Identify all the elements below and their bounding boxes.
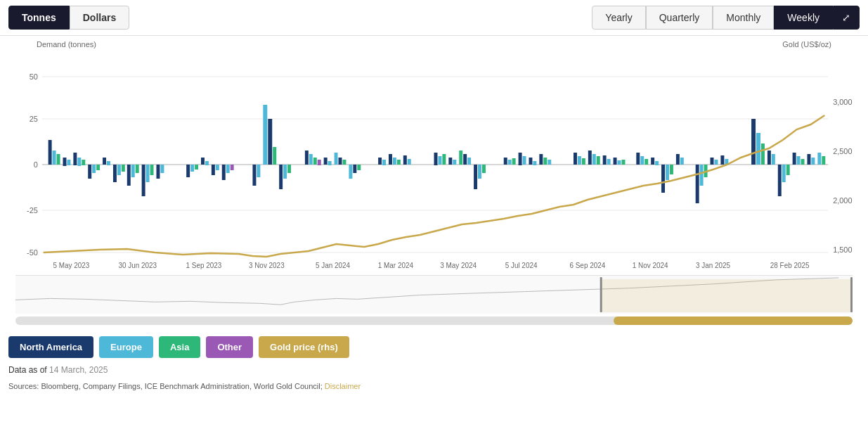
svg-text:28 Feb 2025: 28 Feb 2025 [770,262,810,269]
quarterly-button[interactable]: Quarterly [646,6,713,30]
data-as-of-date: 14 March, 2025 [49,365,108,375]
svg-rect-143 [782,165,786,182]
svg-rect-33 [77,158,81,166]
svg-rect-129 [680,158,684,165]
svg-rect-73 [324,158,328,165]
svg-rect-155 [850,277,853,312]
svg-rect-148 [807,154,810,165]
svg-rect-145 [793,153,796,165]
data-as-of-label: Data as of [8,365,47,375]
svg-rect-92 [453,160,456,165]
svg-rect-103 [523,156,526,165]
svg-rect-150 [817,153,821,165]
svg-rect-124 [655,161,659,165]
legend-asia[interactable]: Asia [159,336,200,358]
svg-rect-122 [644,159,648,165]
legend-europe[interactable]: Europe [99,336,153,358]
svg-rect-102 [519,153,522,165]
scrollbar-track [15,317,853,325]
svg-rect-116 [607,159,611,165]
disclaimer-link[interactable]: Disclaimer [325,382,361,390]
svg-rect-80 [357,165,361,170]
svg-rect-131 [700,165,704,186]
svg-rect-117 [614,158,617,165]
svg-rect-67 [283,165,287,179]
svg-rect-29 [57,154,60,165]
svg-rect-83 [389,154,392,165]
svg-rect-97 [478,165,481,179]
scrollbar-thumb[interactable] [614,317,853,325]
weekly-button[interactable]: Weekly [774,6,833,30]
svg-rect-69 [305,151,309,165]
svg-rect-76 [339,158,342,165]
svg-rect-121 [640,156,644,165]
chart-container: Demand (tonnes) Gold (US$/oz) 50 25 0 -2… [0,39,868,325]
svg-text:6 Sep 2024: 6 Sep 2024 [569,262,605,269]
svg-rect-34 [82,160,85,165]
sources-text: Sources: Bloomberg, Company Filings, ICE… [8,382,323,390]
svg-rect-81 [378,158,382,165]
svg-rect-108 [548,160,551,165]
svg-rect-46 [142,165,145,196]
svg-rect-104 [529,158,532,165]
header: Tonnes Dollars Yearly Quarterly Monthly … [0,0,868,36]
svg-rect-40 [113,165,117,182]
svg-rect-126 [666,165,669,180]
svg-text:3 May 2024: 3 May 2024 [440,262,477,269]
legend-other[interactable]: Other [206,336,253,358]
svg-rect-27 [48,140,52,165]
chart-svg: 50 25 0 -25 -50 3,000 2,500 2,000 1,500 … [15,49,853,274]
svg-rect-87 [408,159,411,165]
svg-rect-54 [201,158,205,165]
minimap-svg [15,276,853,314]
svg-rect-147 [801,159,805,165]
svg-rect-45 [136,165,139,173]
svg-rect-28 [53,151,56,165]
svg-rect-39 [107,161,110,165]
legend-gold-price[interactable]: Gold price (rhs) [259,336,349,358]
minimap[interactable] [15,275,853,314]
svg-rect-53 [195,165,198,170]
svg-rect-93 [459,151,462,165]
yearly-button[interactable]: Yearly [592,6,645,30]
svg-rect-109 [574,153,577,165]
svg-rect-149 [811,158,815,165]
legend-north-america[interactable]: North America [8,336,93,358]
svg-rect-141 [772,154,775,165]
svg-rect-49 [156,165,160,179]
svg-text:1,500: 1,500 [833,245,852,254]
svg-rect-123 [651,158,654,165]
monthly-button[interactable]: Monthly [713,6,774,30]
svg-rect-44 [131,165,135,177]
svg-rect-75 [335,153,338,165]
svg-rect-86 [403,155,407,165]
svg-rect-95 [467,158,471,165]
expand-button[interactable]: ⤢ [833,6,860,30]
svg-rect-98 [482,165,486,173]
svg-rect-120 [636,153,640,165]
dollars-button[interactable]: Dollars [70,6,129,30]
period-toggle: Yearly Quarterly Monthly Weekly ⤢ [592,6,860,30]
svg-rect-31 [67,160,70,165]
svg-rect-56 [212,165,215,175]
svg-rect-47 [146,165,150,182]
svg-rect-84 [393,158,396,165]
data-info: Data as of 14 March, 2025 [0,361,868,379]
svg-rect-140 [767,151,771,165]
svg-rect-106 [539,154,543,165]
svg-rect-50 [160,165,164,173]
svg-rect-70 [309,154,313,165]
svg-rect-133 [711,158,714,165]
svg-text:5 Jul 2024: 5 Jul 2024 [505,262,538,269]
main-chart: 50 25 0 -25 -50 3,000 2,500 2,000 1,500 … [15,49,853,274]
svg-rect-41 [117,165,121,175]
tonnes-button[interactable]: Tonnes [8,6,70,30]
svg-rect-139 [761,143,765,165]
svg-rect-77 [342,160,346,165]
svg-rect-138 [756,133,760,165]
svg-text:-25: -25 [27,206,38,215]
right-axis-label: Gold (US$/oz) [782,40,831,49]
svg-rect-94 [463,154,467,165]
svg-rect-90 [442,154,446,165]
svg-text:5 Jan 2024: 5 Jan 2024 [316,262,351,269]
